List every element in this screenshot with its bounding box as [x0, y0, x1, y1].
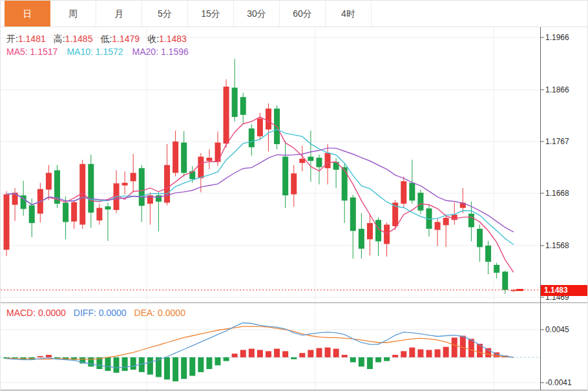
macd-hist-bar [46, 355, 52, 357]
ma-value-1: MA5: 1.1517 [6, 47, 58, 57]
macd-hist-bar [435, 350, 441, 357]
timeframe-toolbar: 日周月5分15分30分60分4时 [1, 1, 587, 27]
candle-body [350, 198, 356, 231]
macd-hist-bar [114, 357, 120, 373]
candle-body [224, 87, 229, 143]
candlestick-chart[interactable] [1, 1, 588, 391]
macd-hist-bar [232, 354, 238, 357]
candle-body [282, 156, 288, 195]
candle-body [173, 142, 178, 173]
macd-hist-bar [443, 347, 449, 357]
macd-hist-bar [308, 350, 313, 357]
macd-hist-bar [350, 357, 356, 363]
macd-hist-bar [164, 357, 170, 379]
ohlc-label-3: 低: [100, 34, 112, 44]
candle-body [443, 218, 449, 225]
candle-body [316, 158, 322, 167]
macd-hist-bar [384, 357, 390, 361]
tab-timeframe-3[interactable]: 月 [96, 1, 142, 26]
ohlc-label-4: 收: [147, 34, 159, 44]
tab-timeframe-1[interactable]: 日 [5, 1, 50, 26]
price-axis-label-1: 1.1966 [545, 33, 569, 42]
ohlc-label-1: 开: [6, 34, 18, 44]
macd-hist-bar [105, 357, 110, 371]
tab-timeframe-5[interactable]: 15分 [188, 1, 234, 26]
macd-hist-bar [367, 357, 373, 369]
trading-chart-window: 日周月5分15分30分60分4时 开:1.1481高:1.1485低:1.147… [0, 0, 588, 391]
ohlc-value-3: 1.1479 [112, 34, 140, 44]
candle-body [435, 222, 441, 230]
tab-timeframe-8[interactable]: 4时 [326, 1, 372, 26]
macd-axis-label-1: 0.0045 [545, 325, 569, 334]
candle-body [122, 183, 128, 185]
candle-body [401, 181, 406, 204]
candle-body [502, 271, 508, 290]
candle-body [308, 156, 313, 160]
macd-hist-bar [342, 355, 348, 357]
ma-readout: MA5: 1.1517MA10: 1.1572MA20: 1.1596 [6, 47, 198, 57]
ohlc-label-2: 高: [54, 34, 65, 44]
candle-body [206, 158, 212, 161]
macd-hist-bar [189, 357, 195, 376]
macd-hist-bar [375, 357, 381, 363]
macd-hist-bar [131, 357, 136, 370]
tab-timeframe-6[interactable]: 30分 [234, 1, 280, 26]
ohlc-value-1: 1.1481 [18, 34, 46, 44]
candle-body [333, 162, 339, 170]
tab-timeframe-7[interactable]: 60分 [280, 1, 326, 26]
candle-body [477, 229, 483, 247]
macd-hist-bar [392, 355, 398, 357]
price-axis-label-4: 1.1668 [545, 189, 569, 198]
candle-body [63, 203, 68, 222]
candle-body [342, 167, 348, 201]
candle-body [164, 165, 170, 202]
ohlc-value-2: 1.1485 [65, 34, 93, 44]
candle-body [325, 153, 331, 168]
macd-hist-bar [452, 337, 457, 357]
macd-hist-bar [224, 357, 229, 361]
candle-body [232, 88, 238, 117]
candle-body [29, 206, 35, 224]
candle-body [494, 265, 499, 273]
ohlc-readout: 开:1.1481高:1.1485低:1.1479收:1.1483 [6, 34, 194, 45]
candle-body [299, 159, 305, 163]
macd-hist-bar [198, 357, 204, 372]
macd-hist-bar [426, 350, 432, 357]
macd-hist-bar [173, 357, 178, 381]
macd-hist-bar [240, 350, 246, 357]
candle-body [249, 129, 255, 147]
candle-body [46, 173, 52, 189]
macd-hist-bar [417, 350, 423, 357]
candle-body [367, 223, 373, 239]
candle-body [181, 143, 187, 173]
price-axis-label-2: 1.1866 [545, 85, 569, 94]
candle-body [417, 193, 423, 211]
ma-value-2: MA10: 1.1572 [67, 47, 123, 57]
macd-hist-bar [274, 349, 280, 357]
tab-timeframe-4[interactable]: 5分 [142, 1, 188, 26]
candle-body [291, 173, 297, 194]
candle-body [131, 173, 136, 181]
macd-hist-bar [299, 353, 305, 357]
candle-body [198, 156, 204, 178]
macd-hist-bar [409, 348, 415, 357]
macd-hist-bar [325, 348, 331, 357]
candle-body [71, 202, 77, 222]
candle-body [4, 195, 10, 250]
macd-hist-bar [215, 357, 221, 365]
candle-body [375, 220, 381, 241]
macd-readout: MACD: 0.0000DIFF: 0.0000DEA: 0.0000 [6, 308, 193, 318]
macd-hist-bar [282, 351, 288, 357]
candle-body [96, 208, 102, 220]
macd-value-3: DEA: 0.0000 [134, 308, 185, 318]
ma-value-3: MA20: 1.1596 [132, 47, 189, 57]
macd-value-1: MACD: 0.0000 [6, 308, 66, 318]
candle-body [409, 183, 415, 201]
macd-hist-bar [266, 351, 271, 357]
candle-body [88, 164, 94, 213]
macd-hist-bar [333, 349, 339, 357]
macd-value-2: DIFF: 0.0000 [74, 308, 127, 318]
tab-timeframe-2[interactable]: 周 [50, 1, 96, 26]
candle-body [105, 206, 110, 209]
candle-body [359, 229, 364, 249]
